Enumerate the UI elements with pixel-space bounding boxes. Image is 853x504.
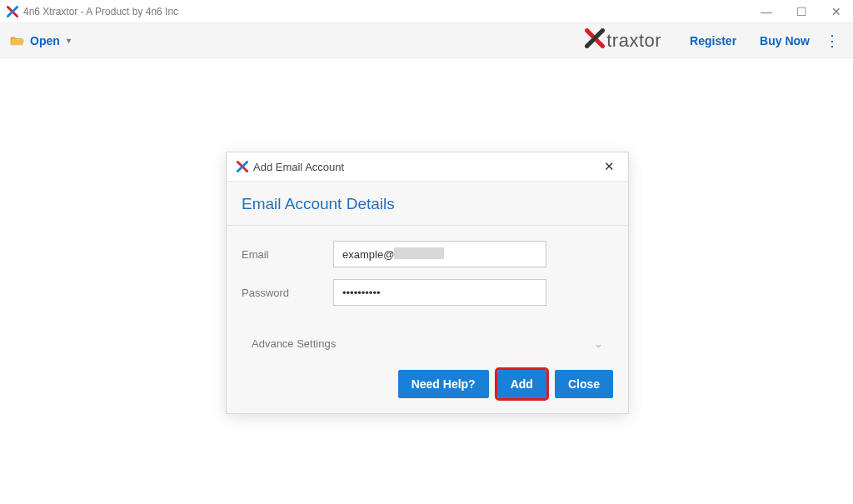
close-button[interactable]: Close	[555, 370, 613, 398]
caret-down-icon: ▾	[67, 36, 71, 45]
section-title: Email Account Details	[227, 182, 628, 226]
window-titlebar: 4n6 Xtraxtor - A Product by 4n6 Inc — ☐ …	[0, 0, 853, 23]
form-area: Email Password	[227, 226, 628, 326]
dialog-close-button[interactable]: ✕	[601, 159, 618, 174]
password-label: Password	[242, 287, 333, 299]
dialog-title: Add Email Account	[253, 161, 601, 173]
password-field[interactable]	[333, 279, 546, 306]
email-input-wrap	[333, 241, 546, 267]
buy-now-link[interactable]: Buy Now	[760, 34, 810, 47]
chevron-down-icon: ⌄	[594, 337, 603, 350]
window-controls: — ☐ ✕	[756, 5, 846, 18]
email-label: Email	[242, 248, 333, 261]
brand-logo: traxtor	[585, 28, 661, 53]
brand-x-icon	[585, 28, 605, 53]
advance-settings-label: Advance Settings	[252, 337, 336, 350]
brand-text: traxtor	[606, 30, 661, 52]
minimize-button[interactable]: —	[756, 5, 776, 18]
email-field[interactable]	[333, 241, 546, 267]
dialog-footer: Need Help? Add Close	[227, 365, 628, 413]
add-button[interactable]: Add	[497, 370, 546, 398]
open-button-label: Open	[30, 34, 60, 47]
main-toolbar: Open ▾ traxtor Register Buy Now ⋮	[0, 23, 853, 58]
register-link[interactable]: Register	[690, 34, 736, 47]
need-help-button[interactable]: Need Help?	[398, 370, 489, 398]
maximize-button[interactable]: ☐	[791, 5, 811, 18]
dialog-x-icon	[237, 161, 248, 172]
advance-settings-toggle[interactable]: Advance Settings ⌄	[227, 326, 628, 365]
password-row: Password	[242, 279, 613, 306]
window-title: 4n6 Xtraxtor - A Product by 4n6 Inc	[23, 6, 756, 17]
close-window-button[interactable]: ✕	[826, 5, 846, 18]
email-row: Email	[242, 241, 613, 267]
dialog-body: Email Account Details Email Password Adv…	[227, 182, 628, 413]
dialog-header: Add Email Account ✕	[227, 152, 628, 182]
folder-open-icon	[10, 35, 25, 47]
open-button[interactable]: Open ▾	[10, 34, 71, 47]
add-email-account-dialog: Add Email Account ✕ Email Account Detail…	[226, 152, 629, 414]
app-x-icon	[7, 6, 18, 17]
more-menu-icon[interactable]: ⋮	[821, 32, 843, 50]
